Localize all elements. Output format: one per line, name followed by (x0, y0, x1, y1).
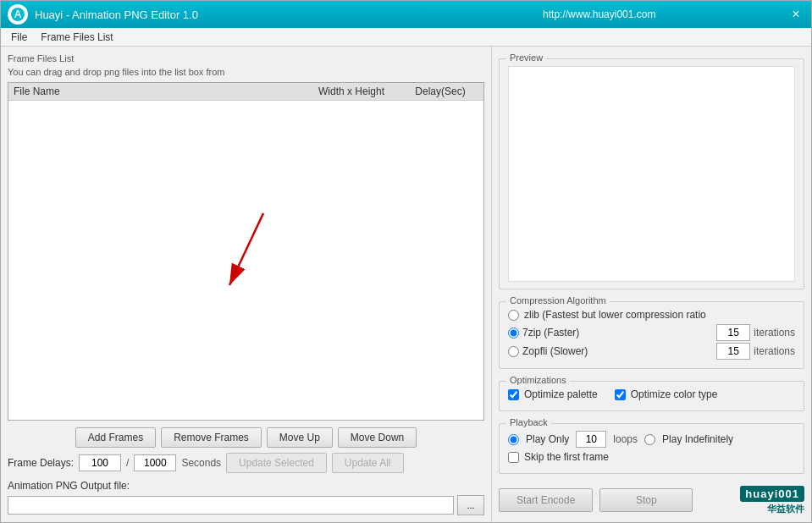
app-icon: A (8, 4, 28, 25)
app-title: Huayi - Animation PNG Editor 1.0 (35, 8, 412, 21)
arrow-indicator (196, 196, 297, 306)
update-all-button[interactable]: Update All (332, 453, 404, 473)
file-list-area: File Name Width x Height Delay(Sec) (8, 82, 484, 421)
col-wxh: Width x Height (301, 85, 402, 97)
content-area: Frame Files List You can drag and drop p… (1, 47, 811, 522)
close-button[interactable]: × (787, 6, 804, 23)
menu-frame-files[interactable]: Frame Files List (34, 30, 119, 45)
svg-text:A: A (14, 8, 22, 20)
optimize-color-checkbox[interactable] (615, 389, 626, 400)
menu-file[interactable]: File (4, 30, 34, 45)
left-panel: Frame Files List You can drag and drop p… (1, 47, 492, 522)
compression-section: Compression Algorithm zlib (Fastest but … (499, 301, 804, 369)
zopfli-label: Zopfli (Slower) (522, 345, 588, 357)
brand-area: huayi001 华益软件 (740, 486, 804, 515)
optimize-palette-checkbox[interactable] (508, 389, 519, 400)
stop-button[interactable]: Stop (599, 488, 693, 512)
menu-bar: File Frame Files List (1, 28, 811, 47)
delay-denominator[interactable] (134, 454, 176, 471)
loops-label: loops (613, 433, 638, 445)
brand-logo: huayi001 (740, 486, 804, 502)
output-input[interactable] (8, 496, 454, 515)
play-indefinitely-radio[interactable] (644, 434, 655, 445)
zlib-radio[interactable] (508, 310, 519, 321)
main-window: A Huayi - Animation PNG Editor 1.0 http:… (0, 0, 812, 523)
start-encode-button[interactable]: Start Encode (499, 488, 593, 512)
play-only-radio[interactable] (508, 434, 519, 445)
optimizations-section: Optimizations Optimize palette Optimize … (499, 381, 804, 411)
move-up-button[interactable]: Move Up (267, 427, 333, 448)
encode-row: Start Encode Stop (499, 485, 693, 515)
compression-title: Compression Algorithm (506, 295, 610, 306)
preview-section: Preview (499, 58, 804, 289)
output-label: Animation PNG Output file: (8, 480, 484, 492)
skip-first-checkbox[interactable] (508, 452, 519, 463)
optimize-color-row: Optimize color type (615, 388, 718, 400)
7zip-radio[interactable] (508, 328, 519, 339)
frame-delays-row: Frame Delays: / Seconds Update Selected … (8, 453, 484, 473)
play-only-label: Play Only (526, 433, 569, 445)
add-frames-button[interactable]: Add Frames (75, 427, 156, 448)
play-indefinitely-label: Play Indefinitely (662, 433, 733, 445)
remove-frames-button[interactable]: Remove Frames (161, 427, 262, 448)
playback-section: Playback Play Only loops Play Indefinite… (499, 423, 804, 474)
zopfli-row: Zopfli (Slower) iterations (508, 343, 795, 360)
brand-text: 华益软件 (767, 503, 804, 515)
7zip-row: 7zip (Faster) iterations (508, 324, 795, 341)
section-label: Frame Files List (8, 53, 484, 63)
optimizations-title: Optimizations (506, 375, 570, 385)
frame-delays-label: Frame Delays: (8, 457, 74, 469)
zlib-row: zlib (Fastest but lower compression rati… (508, 309, 795, 321)
delay-unit: Seconds (181, 457, 221, 469)
playback-row: Play Only loops Play Indefinitely (508, 431, 795, 448)
preview-title: Preview (506, 52, 546, 63)
optimize-palette-row: Optimize palette (508, 388, 598, 400)
file-list-body[interactable] (8, 101, 483, 420)
col-filename: File Name (14, 85, 301, 97)
skip-first-label: Skip the first frame (524, 451, 609, 463)
bottom-row: Start Encode Stop huayi001 华益软件 (499, 484, 804, 515)
move-down-button[interactable]: Move Down (338, 427, 417, 448)
zopfli-radio[interactable] (508, 346, 519, 357)
app-url: http://www.huayi001.com (412, 8, 788, 20)
skip-first-row: Skip the first frame (508, 451, 795, 463)
loops-input[interactable] (576, 431, 606, 448)
svg-line-3 (229, 213, 263, 285)
browse-button[interactable]: ... (457, 495, 484, 515)
drag-hint: You can drag and drop png files into the… (8, 67, 484, 77)
delay-numerator[interactable] (79, 454, 121, 471)
zlib-label: zlib (Fastest but lower compression rati… (524, 309, 706, 321)
optimize-palette-label: Optimize palette (524, 388, 598, 400)
7zip-iterations-label: iterations (754, 327, 795, 339)
update-selected-button[interactable]: Update Selected (226, 453, 327, 473)
file-list-header: File Name Width x Height Delay(Sec) (8, 83, 483, 101)
frame-buttons: Add Frames Remove Frames Move Up Move Do… (8, 427, 484, 448)
zopfli-iterations-input[interactable] (716, 343, 750, 360)
7zip-label: 7zip (Faster) (522, 327, 579, 339)
right-panel: Preview Compression Algorithm zlib (Fast… (492, 47, 811, 522)
optimize-color-label: Optimize color type (631, 388, 718, 400)
7zip-iterations-input[interactable] (716, 324, 750, 341)
preview-box (508, 66, 795, 282)
playback-title: Playback (506, 417, 551, 427)
col-delay: Delay(Sec) (402, 85, 478, 97)
title-bar: A Huayi - Animation PNG Editor 1.0 http:… (1, 1, 811, 28)
zopfli-iterations-label: iterations (754, 345, 795, 357)
output-row: ... (8, 495, 484, 515)
